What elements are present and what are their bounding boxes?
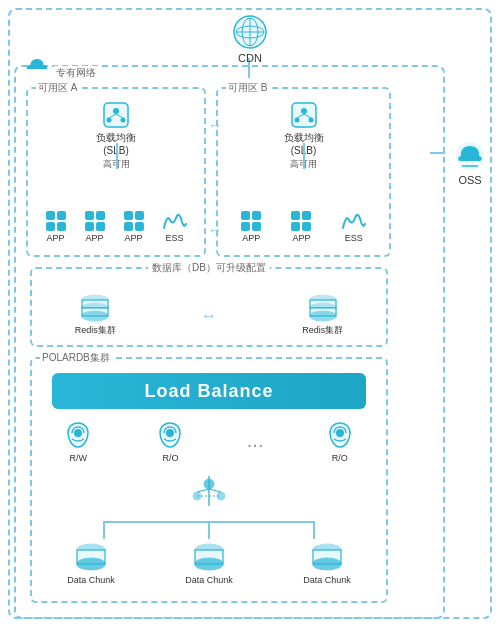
svg-rect-16 <box>57 222 66 231</box>
ro-node-2: R/O <box>324 419 356 463</box>
load-balance-button[interactable]: Load Balance <box>52 373 366 409</box>
zone-a-app-1: APP <box>45 210 67 243</box>
svg-rect-35 <box>291 211 300 220</box>
slb-a-icon <box>100 99 132 131</box>
zone-a-ess-label: ESS <box>165 233 183 243</box>
chunks-row: Data Chunk Data Chunk <box>32 543 386 585</box>
storage-section <box>189 474 229 506</box>
zone-a-app-3: APP <box>123 210 145 243</box>
svg-rect-38 <box>302 222 311 231</box>
slb-b-icon <box>288 99 320 131</box>
svg-point-66 <box>313 558 341 570</box>
svg-rect-25 <box>292 103 316 127</box>
zone-a-app-1-label: APP <box>46 233 64 243</box>
svg-point-63 <box>195 558 223 570</box>
svg-point-10 <box>121 118 126 123</box>
ess-b-icon <box>341 210 367 232</box>
dots-node: ··· <box>247 427 264 456</box>
cdn-icon <box>232 14 268 50</box>
ro-1-label: R/O <box>162 453 178 463</box>
zone-a-app-2: APP <box>84 210 106 243</box>
zone-b-app-2-label: APP <box>292 233 310 243</box>
zone-a-app-3-label: APP <box>124 233 142 243</box>
svg-point-9 <box>107 118 112 123</box>
chunk-3-label: Data Chunk <box>303 575 351 585</box>
svg-point-52 <box>204 479 214 489</box>
svg-line-55 <box>197 489 209 492</box>
private-network-label: 专有网络 <box>54 66 98 80</box>
svg-rect-32 <box>252 211 261 220</box>
app-b-icon-1 <box>240 210 262 232</box>
rw-node: R/W <box>62 419 94 463</box>
app-icon-2 <box>84 210 106 232</box>
svg-point-48 <box>310 311 336 321</box>
zone-b-ess: ESS <box>341 210 367 243</box>
svg-point-26 <box>301 108 307 114</box>
nodes-row: R/W R/O ··· <box>32 419 386 463</box>
private-network-icon <box>24 54 50 80</box>
svg-rect-31 <box>241 211 250 220</box>
svg-rect-36 <box>302 211 311 220</box>
svg-rect-13 <box>46 211 55 220</box>
svg-rect-22 <box>135 211 144 220</box>
load-balance-label: Load Balance <box>144 381 273 402</box>
svg-rect-37 <box>291 222 300 231</box>
slb-a-line <box>116 143 118 169</box>
db-section: 数据库（DB）可升级配置 Redis集群 ↔ <box>30 267 388 347</box>
chunk-line-right <box>313 523 315 539</box>
svg-rect-15 <box>46 222 55 231</box>
storage-icon <box>189 474 229 506</box>
chunk-3-icon <box>308 543 346 573</box>
chunk-2: Data Chunk <box>185 543 233 585</box>
svg-rect-23 <box>124 222 133 231</box>
chunk-1-icon <box>72 543 110 573</box>
zone-b-label: 可用区 B <box>226 81 269 95</box>
oss-label: OSS <box>458 174 481 186</box>
chunk-1: Data Chunk <box>67 543 115 585</box>
zone-b-app-row: APP APP ESS <box>226 210 381 243</box>
chunk-line-horiz <box>103 521 315 523</box>
svg-rect-24 <box>135 222 144 231</box>
dots-label: ··· <box>247 433 264 456</box>
chunk-line-center <box>208 523 210 539</box>
svg-rect-18 <box>96 211 105 220</box>
zone-b-app-1: APP <box>240 210 262 243</box>
redis-row: Redis集群 ↔ Redis集群 <box>32 294 386 337</box>
cdn-section: CDN <box>232 14 268 64</box>
ess-icon <box>162 210 188 232</box>
db-section-label: 数据库（DB）可升级配置 <box>148 261 270 275</box>
oss-icon <box>454 140 486 172</box>
zone-b-app-2: APP <box>290 210 312 243</box>
zone-b-app-1-label: APP <box>242 233 260 243</box>
redis-b-label: Redis集群 <box>302 324 343 337</box>
ro-node-1: R/O <box>154 419 186 463</box>
svg-point-60 <box>77 558 105 570</box>
private-network: 专有网络 可用区 A 负载均衡 (SLB) 高可用 <box>14 65 445 619</box>
zone-b-ess-label: ESS <box>345 233 363 243</box>
zone-a: 可用区 A 负载均衡 (SLB) 高可用 <box>26 87 206 257</box>
app-icon-3 <box>123 210 145 232</box>
ro-2-label: R/O <box>332 453 348 463</box>
polardb-section: POLARDB集群 Load Balance R/W <box>30 357 388 603</box>
svg-point-28 <box>308 118 313 123</box>
polardb-label: POLARDB集群 <box>40 351 112 365</box>
svg-rect-33 <box>241 222 250 231</box>
rw-label: R/W <box>69 453 87 463</box>
svg-point-43 <box>82 311 108 321</box>
svg-rect-20 <box>96 222 105 231</box>
svg-point-8 <box>113 108 119 114</box>
redis-double-arrow: ↔ <box>201 307 217 325</box>
svg-point-27 <box>294 118 299 123</box>
svg-point-51 <box>336 429 344 437</box>
chunk-2-icon <box>190 543 228 573</box>
svg-rect-34 <box>252 222 261 231</box>
zone-ab-arrow: ↔ <box>208 117 222 133</box>
zone-a-app-2-label: APP <box>85 233 103 243</box>
svg-rect-14 <box>57 211 66 220</box>
svg-line-56 <box>209 489 221 492</box>
redis-a-icon <box>77 294 113 322</box>
zone-ab-app-arrow: ↔ <box>208 222 222 238</box>
app-icon <box>45 210 67 232</box>
svg-rect-17 <box>85 211 94 220</box>
svg-point-50 <box>166 429 174 437</box>
